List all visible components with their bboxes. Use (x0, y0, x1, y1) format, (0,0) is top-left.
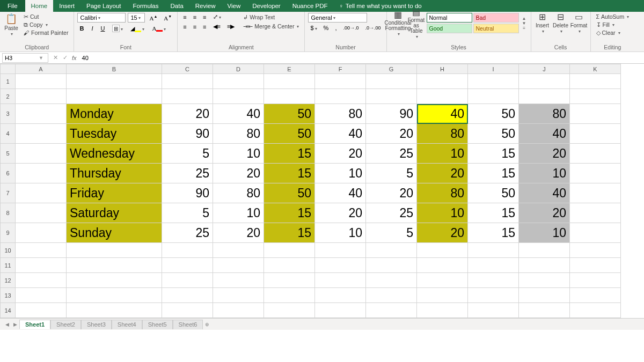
sheet-tab[interactable]: Sheet2 (50, 320, 81, 329)
cell[interactable]: Wednesday (67, 144, 162, 164)
cell[interactable]: 20 (519, 203, 570, 223)
cell[interactable] (570, 164, 621, 183)
cell[interactable] (417, 74, 468, 89)
cell[interactable]: 15 (264, 203, 315, 223)
align-middle-button[interactable]: ≡ (191, 13, 199, 21)
style-normal[interactable]: Normal (427, 13, 472, 23)
tab-file[interactable]: File (0, 0, 25, 12)
cell[interactable] (417, 243, 468, 258)
cell[interactable] (519, 288, 570, 303)
col-header[interactable]: J (519, 64, 570, 74)
cell[interactable] (162, 243, 213, 258)
cell[interactable] (570, 104, 621, 124)
row-header[interactable]: 8 (1, 203, 16, 223)
cell[interactable]: 50 (264, 183, 315, 203)
row-header[interactable]: 2 (1, 89, 16, 104)
tab-view[interactable]: View (222, 0, 247, 12)
increase-font-button[interactable]: A▲ (147, 14, 159, 22)
cell[interactable] (570, 144, 621, 164)
cell[interactable]: 80 (213, 124, 264, 144)
decrease-decimal-button[interactable]: .0→.00 (363, 25, 383, 31)
cell[interactable] (16, 164, 67, 183)
row-header[interactable]: 1 (1, 74, 16, 89)
cell[interactable]: Sunday (67, 223, 162, 243)
style-bad[interactable]: Bad (473, 13, 519, 23)
cell[interactable] (162, 258, 213, 273)
cell[interactable]: 20 (213, 223, 264, 243)
cell[interactable]: 40 (213, 104, 264, 124)
cell[interactable] (366, 288, 417, 303)
cut-button[interactable]: ✂Cut (21, 13, 70, 20)
cell[interactable]: 10 (417, 203, 468, 223)
cell[interactable]: 10 (213, 203, 264, 223)
cancel-formula-button[interactable]: ✕ (50, 54, 60, 61)
row-header[interactable]: 10 (1, 243, 16, 258)
cell[interactable] (366, 89, 417, 104)
cell[interactable]: 15 (264, 144, 315, 164)
row-header[interactable]: 11 (1, 258, 16, 273)
cell[interactable] (315, 89, 366, 104)
accounting-format-button[interactable]: $ (308, 24, 319, 32)
cell[interactable]: Monday (67, 104, 162, 124)
col-header[interactable]: F (315, 64, 366, 74)
copy-button[interactable]: ⧉Copy (21, 21, 70, 28)
cell[interactable]: Tuesday (67, 124, 162, 144)
cell[interactable] (264, 258, 315, 273)
sheet-nav-prev[interactable]: ◀ (3, 322, 11, 327)
cell[interactable] (213, 303, 264, 318)
fill-color-button[interactable]: ◢ (128, 25, 147, 33)
cell[interactable]: 10 (519, 223, 570, 243)
tab-review[interactable]: Review (189, 0, 222, 12)
grid[interactable]: A B C D E F G H I J K 123Monday204050809… (0, 64, 621, 318)
cell[interactable] (570, 303, 621, 318)
decrease-font-button[interactable]: A▼ (162, 14, 174, 22)
style-neutral[interactable]: Neutral (473, 24, 519, 33)
cell[interactable]: 40 (417, 104, 468, 124)
cell[interactable] (67, 74, 162, 89)
cell[interactable]: 5 (162, 203, 213, 223)
cell[interactable]: 15 (264, 223, 315, 243)
cell[interactable] (417, 273, 468, 288)
cell[interactable] (468, 243, 519, 258)
cell[interactable]: 10 (213, 144, 264, 164)
sheet-tab[interactable]: Sheet4 (112, 320, 142, 329)
cell[interactable]: 15 (468, 164, 519, 183)
cell[interactable]: 20 (366, 124, 417, 144)
tab-nuance-pdf[interactable]: Nuance PDF (287, 0, 334, 12)
cell[interactable] (213, 288, 264, 303)
cell[interactable] (570, 124, 621, 144)
cell[interactable] (264, 273, 315, 288)
wrap-text-button[interactable]: ↲Wrap Text (241, 13, 301, 21)
cell[interactable] (315, 243, 366, 258)
cell[interactable] (264, 243, 315, 258)
merge-center-button[interactable]: ⇥⇤Merge & Center (241, 23, 301, 30)
col-header[interactable]: D (213, 64, 264, 74)
cell[interactable]: 20 (213, 164, 264, 183)
autosum-button[interactable]: ΣAutoSum (594, 13, 632, 20)
cell[interactable] (366, 258, 417, 273)
cell[interactable] (67, 288, 162, 303)
tab-insert[interactable]: Insert (53, 0, 80, 12)
conditional-formatting-button[interactable]: ▦ Conditional Formatting (390, 13, 406, 33)
row-header[interactable]: 6 (1, 164, 16, 183)
align-left-button[interactable]: ≡ (181, 23, 188, 31)
cell[interactable]: 15 (264, 164, 315, 183)
tab-developer[interactable]: Developer (246, 0, 286, 12)
cell[interactable] (16, 203, 67, 223)
format-as-table-button[interactable]: ▤ Format as Table (408, 13, 425, 33)
row-header[interactable]: 12 (1, 273, 16, 288)
cell[interactable] (570, 273, 621, 288)
cell[interactable] (16, 223, 67, 243)
formula-input[interactable]: 40 (79, 55, 644, 61)
cell[interactable] (366, 273, 417, 288)
cell[interactable] (315, 303, 366, 318)
decrease-indent-button[interactable]: ◀≡ (211, 23, 223, 31)
cell[interactable] (213, 89, 264, 104)
enter-formula-button[interactable]: ✓ (60, 54, 70, 61)
sheet-tab[interactable]: Sheet5 (142, 320, 173, 329)
cell[interactable] (468, 273, 519, 288)
col-header[interactable]: G (366, 64, 417, 74)
cell[interactable]: 90 (162, 124, 213, 144)
cell[interactable] (417, 89, 468, 104)
cell[interactable] (67, 273, 162, 288)
